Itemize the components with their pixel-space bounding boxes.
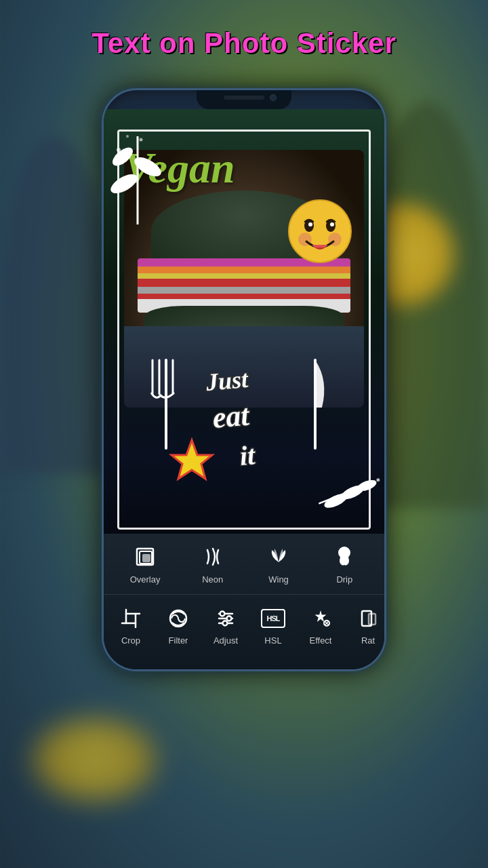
app-title: Text on Photo Sticker	[0, 27, 488, 60]
crop-label: Crop	[121, 635, 140, 646]
wing-tool[interactable]: Wing	[265, 543, 292, 585]
svg-text:eat: eat	[211, 398, 252, 435]
svg-point-40	[227, 616, 232, 620]
effect-icon	[308, 606, 333, 631]
power-button	[385, 226, 386, 280]
sticker-type-row: Overlay Neon	[104, 534, 384, 595]
photo-area: Vegan	[104, 109, 384, 543]
crop-tool[interactable]: Crop	[107, 606, 155, 646]
hsl-tool[interactable]: HSL HSL	[249, 606, 297, 646]
svg-point-38	[220, 611, 225, 616]
overlay-tool[interactable]: Overlay	[130, 543, 161, 585]
overlay-icon	[131, 543, 159, 570]
drip-tool[interactable]: Drip	[331, 543, 358, 585]
wing-icon	[265, 543, 292, 570]
svg-point-11	[376, 478, 380, 481]
svg-point-3	[110, 144, 136, 170]
overlay-label: Overlay	[130, 574, 161, 585]
svg-point-18	[330, 222, 334, 226]
leaf-sticker-topleft[interactable]	[110, 130, 165, 224]
speaker	[224, 96, 264, 100]
filter-tool[interactable]: Filter	[155, 606, 202, 646]
toolbar: Overlay Neon	[104, 534, 384, 669]
effect-tool[interactable]: Effect	[297, 606, 344, 646]
adjust-tool[interactable]: Adjust	[202, 606, 249, 646]
vol-down-button	[102, 300, 103, 348]
svg-point-31	[338, 547, 350, 559]
crop-icon	[118, 606, 144, 631]
phone-screen: Vegan	[104, 109, 384, 669]
ratio-tool[interactable]: Rat	[344, 606, 384, 646]
notch	[197, 90, 291, 109]
adjust-icon	[213, 606, 239, 631]
svg-marker-27	[171, 440, 212, 479]
hsl-icon: HSL	[260, 606, 286, 631]
svg-point-12	[289, 200, 351, 262]
svg-point-4	[117, 148, 121, 152]
neon-label: Neon	[202, 574, 223, 585]
neon-icon	[199, 543, 226, 570]
bg-yellow-blob2	[34, 719, 156, 800]
phone-frame: Vegan	[102, 88, 386, 671]
neon-tool[interactable]: Neon	[199, 543, 226, 585]
vol-up-button	[102, 239, 103, 287]
svg-text:it: it	[239, 439, 258, 471]
svg-point-1	[110, 170, 140, 197]
svg-text:Just: Just	[204, 366, 249, 396]
effect-label: Effect	[309, 635, 331, 646]
svg-point-6	[126, 135, 129, 138]
drip-icon	[331, 543, 358, 570]
svg-point-5	[140, 138, 143, 142]
bg-person-left	[0, 136, 108, 475]
drip-label: Drip	[336, 574, 352, 585]
burger-filling	[138, 258, 350, 313]
ratio-label: Rat	[361, 635, 375, 646]
svg-point-42	[223, 620, 228, 625]
wing-label: Wing	[268, 574, 289, 585]
leaf-sticker-bottomright[interactable]	[313, 465, 381, 519]
tool-row: Crop Filter	[104, 595, 384, 656]
mute-button	[102, 199, 103, 226]
svg-rect-30	[142, 554, 150, 562]
camera	[270, 94, 277, 101]
smiley-sticker[interactable]	[286, 197, 354, 265]
hsl-badge: HSL	[261, 609, 285, 628]
adjust-label: Adjust	[214, 635, 238, 646]
filter-label: Filter	[169, 635, 188, 646]
filter-icon	[165, 606, 191, 631]
hsl-label: HSL	[264, 635, 281, 646]
svg-point-17	[308, 222, 312, 226]
ratio-icon	[355, 606, 381, 631]
